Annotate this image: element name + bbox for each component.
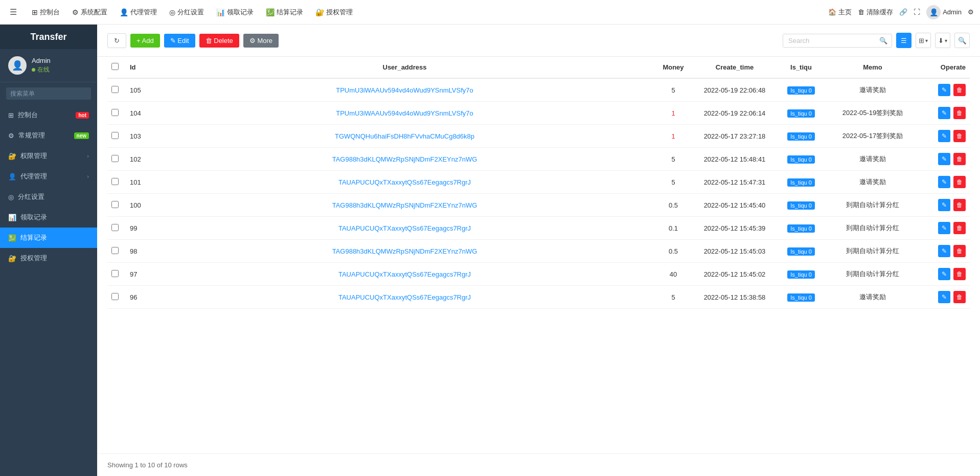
row-checkbox-cell (107, 102, 126, 125)
row-delete-button[interactable]: 🗑 (953, 268, 966, 280)
row-address: TPUmU3iWAAUv594vd4oWud9YSnmLVSfy7o (156, 102, 653, 125)
search-toggle-button[interactable]: 🔍 (954, 33, 970, 48)
user-address-link[interactable]: TAUAPUCUQxTXaxxytQSs67Eegagcs7RgrJ (338, 178, 471, 186)
user-info: Admin 在线 (32, 57, 51, 74)
user-address-link[interactable]: TPUmU3iWAAUv594vd4oWud9YSnmLVSfy7o (336, 109, 473, 117)
sidebar-item-auth-manage[interactable]: 🔐 授权管理 (0, 248, 97, 268)
row-edit-button[interactable]: ✎ (938, 199, 950, 211)
row-istiqu: Is_tiqu 0 (776, 194, 827, 217)
sidebar-item-settlement-records[interactable]: 💹 结算记录 (0, 228, 97, 248)
row-delete-button[interactable]: 🗑 (953, 222, 966, 234)
sidebar-search-input[interactable] (6, 87, 91, 100)
sidebar-item-dividend-settings[interactable]: ◎ 分红设置 (0, 187, 97, 207)
sidebar: Transfer 👤 Admin 在线 ⊞ 控制台 hot (0, 25, 97, 476)
nav-item-dividend[interactable]: ◎ 分红设置 (164, 6, 209, 19)
data-table: Id User_address Money Create_time Is_tiq… (107, 57, 970, 309)
row-delete-button[interactable]: 🗑 (953, 199, 966, 211)
user-address-link[interactable]: TAG988h3dKLQMWzRpSNjNDmF2XEYnz7nWG (332, 247, 477, 255)
nav-item-auth[interactable]: 🔐 授权管理 (310, 6, 358, 19)
row-edit-button[interactable]: ✎ (938, 153, 950, 165)
user-address-link[interactable]: TAUAPUCUQxTXaxxytQSs67Eegagcs7RgrJ (338, 293, 471, 301)
row-checkbox-cell (107, 194, 126, 217)
add-button[interactable]: + Add (130, 34, 160, 48)
row-address: TGWQNQHu6haiFsDH8hFVvhaCMuCg8d6k8p (156, 125, 653, 148)
row-operate: ✎ 🗑 (919, 102, 970, 125)
row-checkbox[interactable] (111, 270, 119, 277)
select-all-checkbox[interactable] (111, 63, 119, 70)
row-delete-button[interactable]: 🗑 (953, 291, 966, 303)
nav-item-system-config[interactable]: ⚙ 系统配置 (67, 6, 112, 19)
row-delete-button[interactable]: 🗑 (953, 84, 966, 96)
row-edit-button[interactable]: ✎ (938, 107, 950, 119)
menu-toggle-icon[interactable]: ☰ (6, 5, 20, 19)
row-edit-button[interactable]: ✎ (938, 176, 950, 188)
row-checkbox[interactable] (111, 109, 119, 116)
nav-item-dashboard[interactable]: ⊞ 控制台 (27, 6, 65, 19)
search-input[interactable] (783, 34, 875, 47)
user-address-link[interactable]: TAUAPUCUQxTXaxxytQSs67Eegagcs7RgrJ (338, 270, 471, 278)
nav-item-settlement[interactable]: 💹 结算记录 (261, 6, 308, 19)
row-checkbox[interactable] (111, 178, 119, 185)
row-money: 0.1 (653, 217, 694, 240)
settlement-icon-2: 💹 (8, 234, 16, 242)
row-checkbox[interactable] (111, 86, 119, 93)
sidebar-status: 在线 (32, 65, 51, 74)
sidebar-item-permission-manage[interactable]: 🔐 权限管理 › (0, 146, 97, 166)
settings-icon-button[interactable]: ⚙ (968, 8, 974, 16)
sidebar-item-receive-records[interactable]: 📊 领取记录 (0, 207, 97, 228)
fullscreen-button[interactable]: ⛶ (914, 8, 920, 16)
row-money: 40 (653, 263, 694, 286)
user-address-link[interactable]: TAG988h3dKLQMWzRpSNjNDmF2XEYnz7nWG (332, 201, 477, 209)
grid-view-button[interactable]: ⊞ ▾ (916, 33, 931, 48)
refresh-button[interactable]: ↻ (107, 33, 126, 48)
sidebar-label-general: 常规管理 (18, 131, 45, 140)
row-delete-button[interactable]: 🗑 (953, 176, 966, 188)
table-row: 103 TGWQNQHu6haiFsDH8hFVvhaCMuCg8d6k8p 1… (107, 125, 970, 148)
icon-1: 🔗 (899, 8, 907, 16)
search-icon[interactable]: 🔍 (875, 37, 892, 44)
edit-button[interactable]: ✎ Edit (164, 34, 195, 48)
row-checkbox[interactable] (111, 132, 119, 139)
row-checkbox[interactable] (111, 155, 119, 162)
row-create-time: 2022-05-12 15:45:39 (694, 217, 776, 240)
export-button[interactable]: ⬇ ▾ (935, 33, 950, 48)
clear-cache-link[interactable]: 🗑 清除缓存 (858, 8, 893, 17)
row-delete-button[interactable]: 🗑 (953, 130, 966, 142)
row-edit-button[interactable]: ✎ (938, 245, 950, 257)
icon-link-1[interactable]: 🔗 (899, 8, 907, 16)
user-address-link[interactable]: TAUAPUCUQxTXaxxytQSs67Eegagcs7RgrJ (338, 224, 471, 232)
row-edit-button[interactable]: ✎ (938, 268, 950, 280)
sidebar-item-dashboard[interactable]: ⊞ 控制台 hot (0, 105, 97, 125)
row-checkbox[interactable] (111, 224, 119, 231)
row-create-time: 2022-05-19 22:06:14 (694, 102, 776, 125)
row-delete-button[interactable]: 🗑 (953, 245, 966, 257)
row-edit-button[interactable]: ✎ (938, 130, 950, 142)
home-link[interactable]: 🏠 主页 (828, 8, 852, 17)
admin-avatar: 👤 (926, 5, 941, 19)
sidebar-item-general-manage[interactable]: ⚙ 常规管理 new (0, 125, 97, 146)
sidebar-item-agent-manage[interactable]: 👤 代理管理 › (0, 166, 97, 187)
table-row: 98 TAG988h3dKLQMWzRpSNjNDmF2XEYnz7nWG 0.… (107, 240, 970, 263)
row-checkbox[interactable] (111, 201, 119, 208)
nav-item-agent-manage[interactable]: 👤 代理管理 (115, 6, 162, 19)
nav-item-receive[interactable]: 📊 领取记录 (211, 6, 259, 19)
user-address-link[interactable]: TPUmU3iWAAUv594vd4oWud9YSnmLVSfy7o (336, 86, 473, 94)
row-edit-button[interactable]: ✎ (938, 291, 950, 303)
chevron-right-icon-2: › (87, 173, 89, 179)
delete-button[interactable]: 🗑 Delete (199, 34, 239, 48)
row-delete-button[interactable]: 🗑 (953, 107, 966, 119)
row-edit-button[interactable]: ✎ (938, 84, 950, 96)
list-view-button[interactable]: ☰ (896, 33, 911, 48)
more-button[interactable]: ⚙ More (243, 34, 279, 48)
row-money: 1 (653, 125, 694, 148)
row-delete-button[interactable]: 🗑 (953, 153, 966, 165)
user-address-link[interactable]: TAG988h3dKLQMWzRpSNjNDmF2XEYnz7nWG (332, 155, 477, 163)
general-icon: ⚙ (8, 132, 14, 140)
search-icon-2: 🔍 (958, 37, 967, 44)
row-checkbox[interactable] (111, 293, 119, 300)
admin-profile[interactable]: 👤 Admin (926, 5, 962, 19)
agent-manage-icon: 👤 (120, 8, 128, 16)
row-checkbox[interactable] (111, 247, 119, 254)
row-edit-button[interactable]: ✎ (938, 222, 950, 234)
user-address-link[interactable]: TGWQNQHu6haiFsDH8hFVvhaCMuCg8d6k8p (335, 132, 474, 140)
